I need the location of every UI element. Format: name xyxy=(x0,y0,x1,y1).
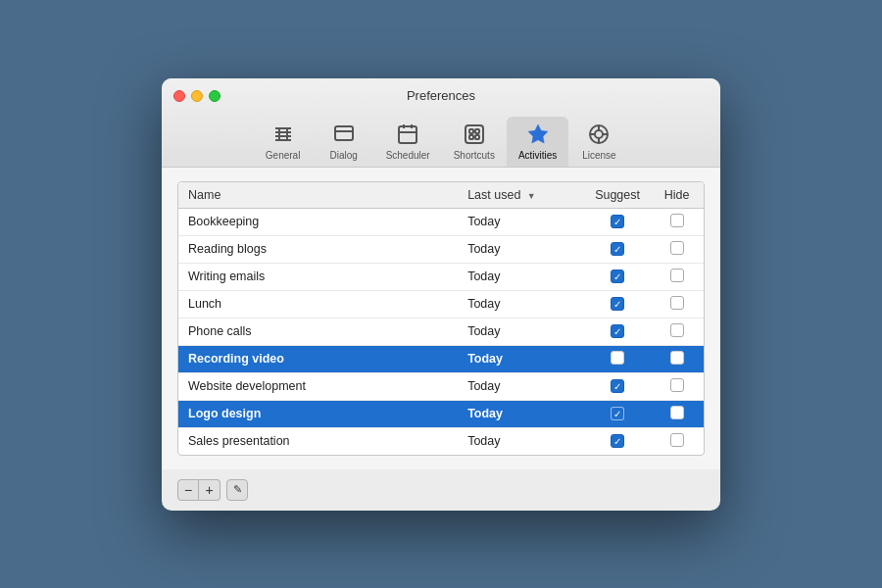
svg-marker-17 xyxy=(528,124,548,143)
license-icon xyxy=(585,121,612,148)
hide-checkbox[interactable] xyxy=(670,433,684,447)
minimize-button[interactable] xyxy=(191,90,203,102)
cell-hide[interactable] xyxy=(650,318,704,345)
toolbar-item-dialog[interactable]: Dialog xyxy=(314,117,374,167)
maximize-button[interactable] xyxy=(209,90,220,102)
remove-button[interactable]: − xyxy=(177,479,199,501)
cell-hide[interactable] xyxy=(650,372,704,400)
cell-lastused: Today xyxy=(458,427,585,455)
svg-rect-16 xyxy=(475,135,479,139)
hide-checkbox[interactable] xyxy=(670,269,684,282)
cell-suggest[interactable]: ✓ xyxy=(585,263,650,290)
table-row[interactable]: Sales presentationToday✓ xyxy=(178,427,704,455)
cell-name: Sales presentation xyxy=(178,427,458,455)
cell-name: Bookkeeping xyxy=(178,208,458,235)
table-row[interactable]: Logo designToday✓ xyxy=(178,400,704,427)
toolbar-item-license[interactable]: License xyxy=(568,117,629,167)
hide-checkbox[interactable] xyxy=(670,406,684,419)
cell-suggest[interactable]: ✓ xyxy=(585,372,650,400)
cell-hide[interactable] xyxy=(650,208,704,235)
table-row[interactable]: Website developmentToday✓ xyxy=(178,372,704,400)
suggest-checkbox[interactable]: ✓ xyxy=(611,242,624,256)
suggest-checkbox[interactable]: ✓ xyxy=(611,379,624,393)
table-row[interactable]: Writing emailsToday✓ xyxy=(178,263,704,290)
cell-lastused: Today xyxy=(458,208,585,235)
cell-hide[interactable] xyxy=(650,290,704,318)
shortcuts-icon xyxy=(461,121,488,148)
dialog-icon xyxy=(330,121,358,148)
suggest-checkbox[interactable]: ✓ xyxy=(611,324,624,338)
cell-name: Recording video xyxy=(178,345,458,372)
toolbar-item-activities[interactable]: Activities xyxy=(507,117,568,167)
cell-lastused: Today xyxy=(458,372,585,400)
toolbar-item-scheduler[interactable]: Scheduler xyxy=(374,117,442,167)
activities-label: Activities xyxy=(518,150,557,161)
preferences-window: Preferences General xyxy=(162,78,720,511)
suggest-checkbox[interactable]: ✓ xyxy=(611,434,624,448)
add-button[interactable]: + xyxy=(199,479,220,501)
col-header-suggest: Suggest xyxy=(585,182,650,209)
col-header-hide: Hide xyxy=(650,182,704,209)
cell-hide[interactable] xyxy=(650,345,704,372)
suggest-checkbox[interactable]: ✓ xyxy=(611,215,624,228)
svg-rect-6 xyxy=(335,126,353,140)
cell-hide[interactable] xyxy=(650,235,704,263)
scheduler-icon xyxy=(394,121,421,148)
table-row[interactable]: Reading blogsToday✓ xyxy=(178,235,704,263)
table-header-row: Name Last used ▼ Suggest Hide xyxy=(178,182,704,209)
suggest-checkbox[interactable]: ✓ xyxy=(611,270,624,283)
general-icon xyxy=(270,121,297,148)
col-header-lastused[interactable]: Last used ▼ xyxy=(458,182,585,209)
svg-rect-15 xyxy=(469,135,473,139)
cell-hide[interactable] xyxy=(650,400,704,427)
table-row[interactable]: Phone callsToday✓ xyxy=(178,318,704,345)
cell-lastused: Today xyxy=(458,263,585,290)
close-button[interactable] xyxy=(173,90,185,102)
shortcuts-label: Shortcuts xyxy=(454,150,495,161)
svg-rect-14 xyxy=(475,129,479,133)
dialog-label: Dialog xyxy=(329,150,357,161)
general-label: General xyxy=(266,150,301,161)
hide-checkbox[interactable] xyxy=(670,241,684,255)
table-row[interactable]: Recording videoToday xyxy=(178,345,704,372)
cell-lastused: Today xyxy=(458,345,585,372)
toolbar-item-general[interactable]: General xyxy=(253,117,314,167)
hide-checkbox[interactable] xyxy=(670,214,684,227)
cell-suggest[interactable]: ✓ xyxy=(585,235,650,263)
cell-lastused: Today xyxy=(458,235,585,263)
table-row[interactable]: BookkeepingToday✓ xyxy=(178,208,704,235)
activities-table-container: Name Last used ▼ Suggest Hide Bookkeepin… xyxy=(177,181,705,456)
cell-suggest[interactable]: ✓ xyxy=(585,208,650,235)
suggest-checkbox[interactable]: ✓ xyxy=(611,297,624,311)
cell-name: Reading blogs xyxy=(178,235,458,263)
cell-suggest[interactable]: ✓ xyxy=(585,427,650,455)
cell-lastused: Today xyxy=(458,318,585,345)
cell-suggest[interactable]: ✓ xyxy=(585,318,650,345)
cell-name: Writing emails xyxy=(178,263,458,290)
suggest-checkbox[interactable]: ✓ xyxy=(611,407,624,420)
cell-suggest[interactable]: ✓ xyxy=(585,400,650,427)
cell-name: Website development xyxy=(178,372,458,400)
window-title: Preferences xyxy=(173,88,709,111)
suggest-checkbox[interactable] xyxy=(611,351,624,365)
title-bar: Preferences General xyxy=(162,78,720,168)
hide-checkbox[interactable] xyxy=(670,378,684,392)
table-row[interactable]: LunchToday✓ xyxy=(178,290,704,318)
cell-hide[interactable] xyxy=(650,263,704,290)
toolbar-item-shortcuts[interactable]: Shortcuts xyxy=(442,117,507,167)
hide-checkbox[interactable] xyxy=(670,351,684,365)
cell-name: Logo design xyxy=(178,400,458,427)
hide-checkbox[interactable] xyxy=(670,296,684,310)
edit-button[interactable]: ✎ xyxy=(226,479,248,501)
col-header-name: Name xyxy=(178,182,458,209)
sort-arrow-icon: ▼ xyxy=(527,191,536,201)
cell-hide[interactable] xyxy=(650,427,704,455)
hide-checkbox[interactable] xyxy=(670,323,684,337)
license-label: License xyxy=(582,150,615,161)
cell-suggest[interactable] xyxy=(585,345,650,372)
svg-rect-8 xyxy=(399,126,416,143)
cell-suggest[interactable]: ✓ xyxy=(585,290,650,318)
cell-name: Lunch xyxy=(178,290,458,318)
activities-icon xyxy=(524,121,552,148)
bottom-bar: − + ✎ xyxy=(162,469,720,511)
